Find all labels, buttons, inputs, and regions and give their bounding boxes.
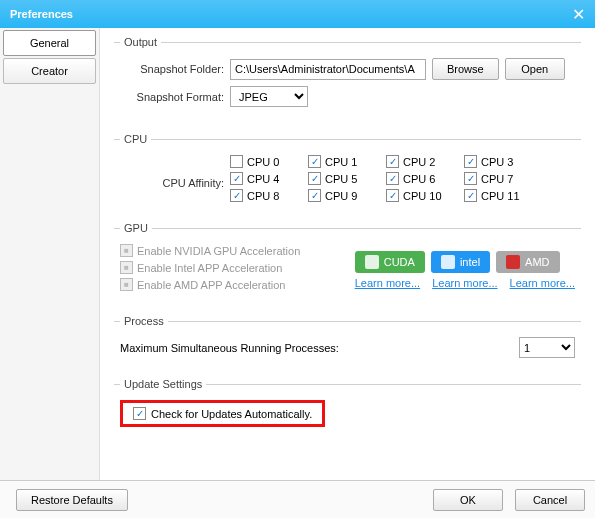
cpu-label-1: CPU 1 [325,156,357,168]
cpu-label-9: CPU 9 [325,190,357,202]
open-button[interactable]: Open [505,58,565,80]
cpu-group: CPU CPU Affinity: CPU 0CPU 1CPU 2CPU 3CP… [114,133,581,216]
gpu-legend: GPU [120,222,152,234]
cpu-checkbox-7[interactable] [464,172,477,185]
cpu-checkbox-4[interactable] [230,172,243,185]
close-icon[interactable]: ✕ [572,5,585,24]
footer: Restore Defaults OK Cancel [0,480,595,518]
check-updates-label: Check for Updates Automatically. [151,408,312,420]
window-title: Preferences [10,8,73,20]
cpu-checkbox-3[interactable] [464,155,477,168]
process-legend: Process [120,315,168,327]
browse-button[interactable]: Browse [432,58,499,80]
cuda-icon [365,255,379,269]
amd-label: Enable AMD APP Acceleration [137,279,285,291]
cpu-label-4: CPU 4 [247,173,279,185]
snapshot-folder-input[interactable] [230,59,426,80]
restore-defaults-button[interactable]: Restore Defaults [16,489,128,511]
cpu-label-10: CPU 10 [403,190,442,202]
sidebar-item-general[interactable]: General [3,30,96,56]
nvidia-label: Enable NVIDIA GPU Acceleration [137,245,300,257]
learn-more-amd[interactable]: Learn more... [510,277,575,289]
cpu-checkbox-2[interactable] [386,155,399,168]
highlight-box: Check for Updates Automatically. [120,400,325,427]
gpu-group: GPU Enable NVIDIA GPU Acceleration Enabl… [114,222,581,309]
cancel-button[interactable]: Cancel [515,489,585,511]
sidebar-item-creator[interactable]: Creator [3,58,96,84]
learn-more-cuda[interactable]: Learn more... [355,277,420,289]
check-updates-checkbox[interactable] [133,407,146,420]
snapshot-format-label: Snapshot Format: [120,91,230,103]
update-legend: Update Settings [120,378,206,390]
update-group: Update Settings Check for Updates Automa… [114,378,581,441]
intel-icon [441,255,455,269]
snapshot-folder-label: Snapshot Folder: [120,63,230,75]
snapshot-format-select[interactable]: JPEG [230,86,308,107]
amd-icon [506,255,520,269]
max-processes-select[interactable]: 1 [519,337,575,358]
cpu-legend: CPU [120,133,151,145]
intel-button[interactable]: intel [431,251,490,273]
cpu-affinity-label: CPU Affinity: [120,155,230,202]
cpu-label-11: CPU 11 [481,190,520,202]
cpu-checkbox-11[interactable] [464,189,477,202]
sidebar: General Creator [0,28,100,480]
cpu-label-5: CPU 5 [325,173,357,185]
cpu-checkbox-10[interactable] [386,189,399,202]
titlebar: Preferences ✕ [0,0,595,28]
process-group: Process Maximum Simultaneous Running Pro… [114,315,581,372]
ok-button[interactable]: OK [433,489,503,511]
learn-more-intel[interactable]: Learn more... [432,277,497,289]
max-processes-label: Maximum Simultaneous Running Processes: [120,342,339,354]
nvidia-checkbox [120,244,133,257]
cpu-label-7: CPU 7 [481,173,513,185]
output-group: Output Snapshot Folder: Browse Open Snap… [114,36,581,127]
cpu-checkbox-0[interactable] [230,155,243,168]
cpu-label-2: CPU 2 [403,156,435,168]
cpu-label-8: CPU 8 [247,190,279,202]
cuda-button[interactable]: CUDA [355,251,425,273]
cpu-label-3: CPU 3 [481,156,513,168]
cpu-label-0: CPU 0 [247,156,279,168]
amd-checkbox [120,278,133,291]
cpu-checkbox-6[interactable] [386,172,399,185]
cpu-label-6: CPU 6 [403,173,435,185]
intel-label: Enable Intel APP Acceleration [137,262,282,274]
cpu-checkbox-1[interactable] [308,155,321,168]
output-legend: Output [120,36,161,48]
cpu-checkbox-9[interactable] [308,189,321,202]
amd-button[interactable]: AMD [496,251,559,273]
cpu-checkbox-5[interactable] [308,172,321,185]
intel-checkbox [120,261,133,274]
cpu-checkbox-8[interactable] [230,189,243,202]
